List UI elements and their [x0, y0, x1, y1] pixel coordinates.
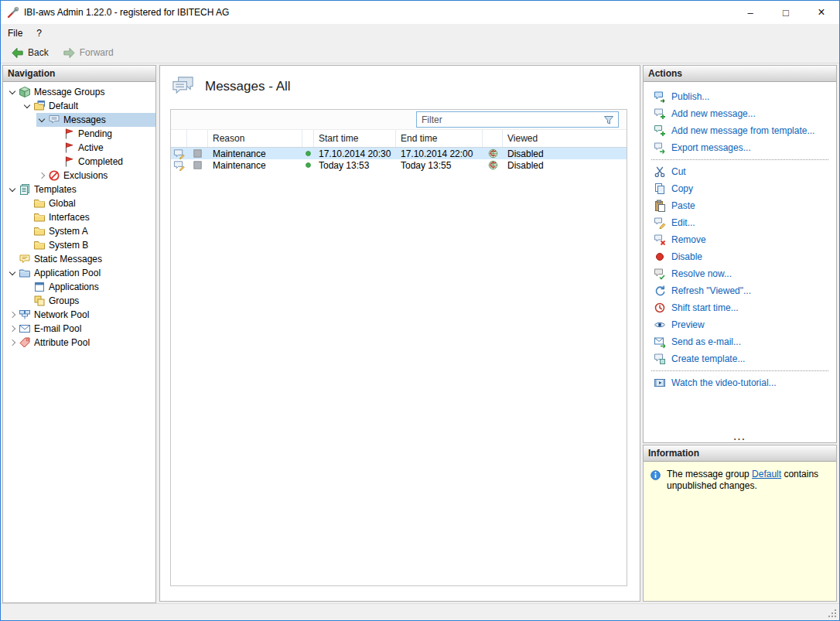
add-message-icon	[654, 107, 666, 120]
action-publish[interactable]: Publish...	[644, 88, 836, 105]
chevron-spacer	[51, 128, 63, 140]
tree-item-label: Static Messages	[31, 254, 106, 264]
action-cut[interactable]: Cut	[644, 163, 836, 180]
preview-icon	[654, 319, 666, 331]
action-copy[interactable]: Copy	[644, 180, 836, 197]
header-viewed-icon-col[interactable]	[483, 130, 503, 147]
publish-icon	[654, 90, 666, 103]
chevron-down-icon[interactable]	[7, 87, 19, 98]
action-export-messages[interactable]: Export messages...	[644, 139, 836, 156]
table-row[interactable]: Maintenance17.10.2014 20:3017.10.2014 22…	[171, 148, 627, 159]
cell-message-type	[171, 159, 187, 171]
tree-item-active[interactable]: Active	[51, 141, 155, 155]
tree-item-application-pool[interactable]: Application Pool	[7, 266, 155, 280]
close-button[interactable]: ×	[804, 1, 839, 24]
statusbar	[1, 603, 839, 620]
header-message-col[interactable]	[171, 130, 187, 147]
row-message-icon	[173, 148, 185, 159]
action-label: Send as e-mail...	[671, 336, 741, 347]
header-status-col[interactable]	[302, 130, 314, 147]
tree-item-message-groups[interactable]: Message Groups	[7, 85, 155, 99]
tree-item-system-b[interactable]: System B	[22, 238, 155, 252]
tree-item-attribute-pool[interactable]: Attribute Pool	[7, 336, 155, 350]
forward-button[interactable]: Forward	[57, 45, 119, 61]
filter-icon[interactable]	[602, 114, 616, 126]
menu-help[interactable]: ?	[29, 24, 49, 43]
exclusion-icon	[48, 169, 60, 182]
edit-icon	[654, 217, 666, 229]
header-start-time[interactable]: Start time	[314, 130, 396, 147]
chevron-down-icon[interactable]	[36, 114, 48, 126]
maximize-button[interactable]: □	[768, 1, 804, 24]
information-body: The message group Default contains unpub…	[644, 462, 836, 601]
filter-input[interactable]	[417, 112, 602, 127]
action-shift-start-time[interactable]: Shift start time...	[644, 299, 836, 316]
header-indicator-col[interactable]	[187, 130, 208, 147]
chevron-right-icon[interactable]	[7, 337, 19, 349]
tree-item-e-mail-pool[interactable]: E-mail Pool	[7, 322, 155, 336]
tree-item-applications[interactable]: Applications	[22, 280, 155, 294]
reason-text: Maintenance	[213, 160, 266, 171]
default-group-link[interactable]: Default	[752, 469, 781, 479]
tree-item-exclusions[interactable]: Exclusions	[36, 169, 155, 183]
tree-item-system-a[interactable]: System A	[22, 224, 155, 238]
tree-item-label: Messages	[60, 114, 110, 125]
tree-item-label: Global	[46, 198, 80, 209]
chevron-right-icon[interactable]	[7, 323, 19, 335]
action-preview[interactable]: Preview	[644, 316, 836, 333]
tree-item-network-pool[interactable]: Network Pool	[7, 308, 155, 322]
minimize-button[interactable]: –	[732, 1, 768, 24]
chevron-down-icon[interactable]	[7, 184, 19, 196]
action-disable[interactable]: Disable	[644, 248, 836, 265]
action-label: Add new message...	[671, 108, 756, 119]
end-time-text: Today 13:55	[401, 160, 451, 171]
header-reason[interactable]: Reason	[208, 130, 302, 147]
tree-item-completed[interactable]: Completed	[51, 155, 155, 169]
main-panel: Messages - All Reason Start ti	[159, 65, 640, 602]
tree-item-templates[interactable]: Templates	[7, 183, 155, 196]
chevron-down-icon[interactable]	[22, 101, 33, 112]
messages-icon	[171, 74, 195, 98]
tree-item-pending[interactable]: Pending	[51, 127, 155, 141]
header-viewed[interactable]: Viewed	[503, 130, 627, 147]
tree-item-interfaces[interactable]: Interfaces	[22, 210, 155, 224]
chevron-right-icon[interactable]	[7, 309, 19, 321]
action-label: Shift start time...	[671, 302, 739, 313]
chevron-down-icon[interactable]	[7, 268, 19, 279]
action-remove[interactable]: Remove	[644, 231, 836, 248]
action-edit[interactable]: Edit...	[644, 214, 836, 231]
cell-start-time: 17.10.2014 20:30	[314, 148, 396, 159]
group-icon	[33, 100, 46, 112]
action-refresh-viewed[interactable]: Refresh "Viewed"...	[644, 282, 836, 299]
action-send-as-e-mail[interactable]: Send as e-mail...	[644, 333, 836, 350]
actions-overflow-indicator[interactable]: ...	[644, 434, 836, 442]
action-create-template[interactable]: Create template...	[644, 350, 836, 367]
right-column: Actions Publish...Add new message...Add …	[643, 65, 837, 602]
action-label: Refresh "Viewed"...	[671, 285, 751, 296]
cell-color-indicator	[187, 148, 208, 159]
gray-square-icon	[192, 148, 203, 159]
window-controls: – □ ×	[732, 1, 839, 24]
action-label: Add new message from template...	[671, 125, 814, 136]
tree-item-groups[interactable]: Groups	[22, 294, 155, 308]
tree-item-default[interactable]: Default	[22, 99, 155, 113]
cell-viewed: Disabled	[503, 148, 627, 159]
action-resolve-now[interactable]: Resolve now...	[644, 265, 836, 282]
menu-file[interactable]: File	[1, 24, 29, 43]
resize-grip-icon[interactable]	[828, 609, 838, 619]
action-watch-the-video-tutorial[interactable]: Watch the video-tutorial...	[644, 374, 836, 391]
back-button[interactable]: Back	[5, 45, 54, 61]
header-end-time[interactable]: End time	[396, 130, 483, 147]
reason-text: Maintenance	[213, 148, 266, 159]
forward-label: Forward	[80, 47, 114, 58]
table-row[interactable]: MaintenanceToday 13:53Today 13:55Disable…	[171, 159, 627, 171]
viewed-disabled-icon	[487, 159, 499, 171]
tree-item-messages[interactable]: Messages	[36, 113, 155, 127]
action-add-new-message-from-template[interactable]: Add new message from template...	[644, 122, 836, 139]
action-paste[interactable]: Paste	[644, 197, 836, 214]
chevron-right-icon[interactable]	[36, 170, 48, 182]
tree-item-global[interactable]: Global	[22, 196, 155, 210]
cell-message-type	[171, 148, 187, 159]
action-add-new-message[interactable]: Add new message...	[644, 105, 836, 122]
tree-item-static-messages[interactable]: Static Messages	[7, 252, 155, 266]
